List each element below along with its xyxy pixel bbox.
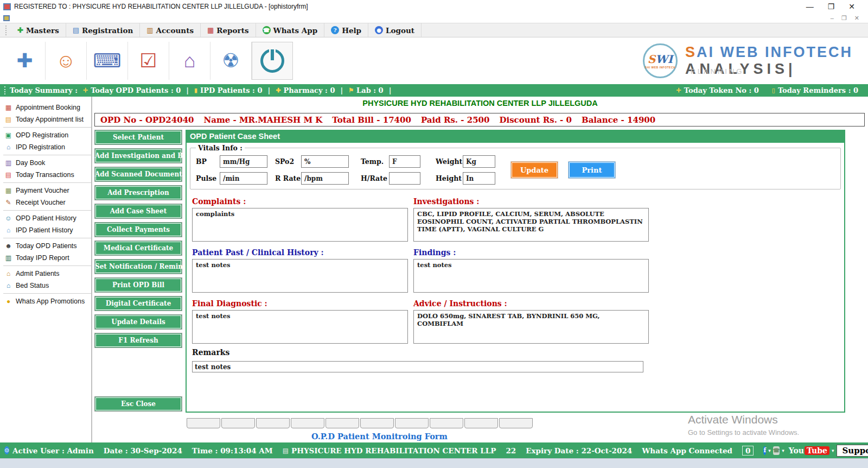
toolbar-power[interactable] xyxy=(252,42,293,80)
menu-accounts[interactable]: ▥ Accounts xyxy=(140,23,201,37)
minimize-icon[interactable]: — xyxy=(806,2,814,11)
medical-certificate-button[interactable]: Medical Certificate xyxy=(94,241,182,256)
form-caption: O.P.D Patient Monitroing Form xyxy=(311,432,868,441)
complaints-textarea[interactable]: complaints xyxy=(192,208,408,242)
lab-icon: ⚑ xyxy=(348,87,354,94)
receipt-icon: ✎ xyxy=(4,199,12,206)
sidebar-group: ▥ Day Book ▤ Today Transactions xyxy=(3,155,91,183)
investigations-textarea[interactable]: CBC, LIPID PROFILE, CALCIUM, SERUM, ABSO… xyxy=(413,208,649,242)
summary-lab-label: Lab : 0 xyxy=(356,86,384,94)
case-sheet-tab[interactable] xyxy=(326,418,359,428)
sidebar-item-payment-voucher[interactable]: ▦ Payment Voucher xyxy=(3,185,91,197)
sidebar-item-opd-patient-history[interactable]: ☺ OPD Patient History xyxy=(3,212,91,224)
sidebar-item-bed-status[interactable]: ⌂ Bed Status xyxy=(3,280,91,292)
advice-textarea[interactable]: DOLO 650mg, SINAREST TAB, BYNDRINIL 650 … xyxy=(413,310,649,344)
bp-input[interactable] xyxy=(220,155,267,168)
spo2-label: SPo2 xyxy=(275,157,301,166)
sidebar-label: Today Appointment list xyxy=(16,116,84,123)
add-investigation-billing-button[interactable]: Add Investigation and Billing xyxy=(94,148,182,163)
case-sheet-tab[interactable] xyxy=(395,418,429,428)
weight-input[interactable] xyxy=(463,155,495,168)
esc-close-button[interactable]: Esc Close xyxy=(94,396,182,412)
f1-refresh-button[interactable]: F1 Refresh xyxy=(94,333,182,348)
toolbar-ward[interactable]: ⌂ xyxy=(169,42,210,80)
case-sheet-tab[interactable] xyxy=(360,418,394,428)
temp-input[interactable] xyxy=(389,155,420,168)
height-input[interactable] xyxy=(463,172,495,185)
case-sheet-tab[interactable] xyxy=(464,418,498,428)
status-count: 22 xyxy=(506,446,516,455)
add-case-sheet-button[interactable]: Add Case Sheet xyxy=(94,204,182,219)
spo2-input[interactable] xyxy=(301,155,349,168)
sidebar-item-whatsapp-promotions[interactable]: ● Whats App Promotions xyxy=(3,295,91,307)
menu-logout[interactable]: ● Logout xyxy=(368,23,422,37)
case-sheet-tab[interactable] xyxy=(256,418,290,428)
update-details-button[interactable]: Update Details xyxy=(94,314,182,330)
sidebar-item-today-transactions[interactable]: ▤ Today Transactions xyxy=(3,169,91,181)
child-close-icon[interactable]: ✕ xyxy=(854,15,859,22)
chevron-down-icon[interactable]: ▾ xyxy=(782,448,784,453)
sidebar-group: ▦ Payment Voucher ✎ Receipt Voucher xyxy=(3,183,91,211)
add-scanned-documents-button[interactable]: Add Scanned Documents xyxy=(94,167,182,182)
sidebar-item-admit-patients[interactable]: ⌂ Admit Patients xyxy=(3,268,91,280)
sidebar-item-day-book[interactable]: ▥ Day Book xyxy=(3,157,91,169)
toolbar-xray[interactable]: ☢ xyxy=(210,42,252,80)
menu-registration[interactable]: ▤ Registration xyxy=(66,23,141,37)
sidebar-item-today-opd-patients[interactable]: ☻ Today OPD Patients xyxy=(3,240,91,252)
print-opd-bill-button[interactable]: Print OPD Bill xyxy=(94,277,182,293)
summary-opd: ✛ Today OPD Patients : 0 xyxy=(83,86,181,94)
menu-whatsapp[interactable]: ☎ Whats App xyxy=(256,23,325,37)
sidebar-item-appointment-booking[interactable]: ▦ Appointment Booking xyxy=(3,102,91,113)
select-patient-button[interactable]: Select Patient xyxy=(94,130,182,145)
child-minimize-icon[interactable]: – xyxy=(831,15,834,22)
calendar-icon: ▦ xyxy=(4,104,12,111)
sidebar-item-opd-registration[interactable]: ▣ OPD Registration xyxy=(3,129,91,141)
youtube-icon[interactable]: You Tube xyxy=(789,446,829,455)
height-label: Height xyxy=(436,174,463,182)
chevron-down-icon[interactable]: ▾ xyxy=(832,448,834,453)
print-button[interactable]: Print xyxy=(568,161,616,179)
case-sheet-tab[interactable] xyxy=(430,418,463,428)
sidebar-item-today-ipd-report[interactable]: ▥ Today IPD Report xyxy=(3,252,91,264)
pulse-input[interactable] xyxy=(220,172,267,185)
remarks-input[interactable] xyxy=(192,361,643,372)
case-sheet-tab[interactable] xyxy=(291,418,324,428)
title-bar: REGISTERED TO : PHYSICURE HYD REHABILITA… xyxy=(0,0,868,13)
bed-history-icon: ⌂ xyxy=(4,226,12,234)
hrate-input[interactable] xyxy=(389,172,420,185)
whatsapp-status-icon[interactable]: ☎ xyxy=(773,446,780,455)
notebook-icon: ▤ xyxy=(4,116,12,123)
case-sheet-tab[interactable] xyxy=(187,418,220,428)
toolbar-doctor-consultation[interactable]: ☺ xyxy=(46,42,87,80)
summary-lab: ⚑ Lab : 0 xyxy=(348,86,383,94)
digital-certificate-button[interactable]: Digital Certificate xyxy=(94,296,182,311)
child-restore-icon[interactable]: ❐ xyxy=(841,15,847,22)
toolbar-patient-phone[interactable]: ✚ xyxy=(4,42,46,80)
add-prescription-button[interactable]: Add Prescription xyxy=(94,185,182,200)
toolbar-billing-computer[interactable]: ⌨ xyxy=(87,42,128,80)
collect-payments-button[interactable]: Collect Payments xyxy=(94,222,182,237)
chevron-down-icon[interactable]: ▾ xyxy=(768,448,771,453)
update-button[interactable]: Update xyxy=(510,161,558,179)
findings-textarea[interactable]: test notes xyxy=(413,259,649,293)
sidebar-item-ipd-patient-history[interactable]: ⌂ IPD Patient History xyxy=(3,224,91,236)
restore-icon[interactable]: ❐ xyxy=(828,2,835,11)
menu-masters[interactable]: ✚ Masters xyxy=(11,23,66,37)
final-diagnostic-textarea[interactable]: test notes xyxy=(192,310,408,344)
toolbar-checklist[interactable]: ☑ xyxy=(128,42,169,80)
sidebar-item-today-appointment-list[interactable]: ▤ Today Appointment list xyxy=(3,113,91,125)
case-sheet-tab[interactable] xyxy=(221,418,255,428)
rrate-input[interactable] xyxy=(301,172,349,185)
sidebar-item-ipd-registration[interactable]: ⌂ IPD Registration xyxy=(3,141,91,153)
sidebar-item-receipt-voucher[interactable]: ✎ Receipt Voucher xyxy=(3,197,91,208)
close-icon[interactable]: ✕ xyxy=(848,2,855,11)
summary-opd-label: Today OPD Patients : 0 xyxy=(91,86,181,94)
set-notification-reminders-button[interactable]: Set Notification / Reminders xyxy=(94,259,182,274)
facebook-icon[interactable]: f xyxy=(763,446,766,455)
status-center-name: PHYSICURE HYD REHABILITATION CENTER LLP xyxy=(291,446,496,455)
case-sheet-tab[interactable] xyxy=(499,418,533,428)
sidebar-label: Bed Status xyxy=(16,282,49,289)
clinical-history-textarea[interactable]: test notes xyxy=(192,259,408,293)
menu-help[interactable]: ? Help xyxy=(324,23,368,37)
menu-reports[interactable]: ▦ Reports xyxy=(201,23,256,37)
